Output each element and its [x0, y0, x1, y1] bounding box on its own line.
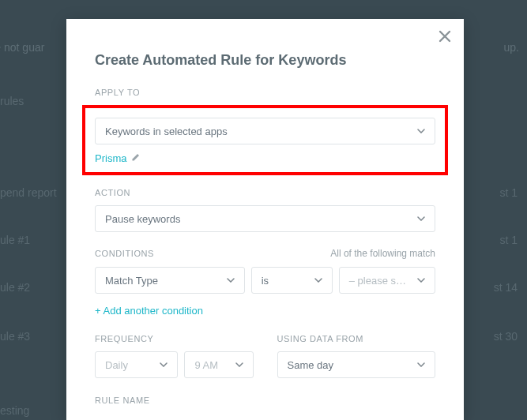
- action-select[interactable]: Pause keywords: [95, 205, 435, 232]
- pencil-icon[interactable]: [131, 152, 141, 164]
- bg-item: st 14: [494, 281, 518, 294]
- bg-text: up.: [504, 41, 519, 54]
- condition-value-select[interactable]: – please s…: [339, 267, 435, 294]
- action-value: Pause keywords: [105, 213, 180, 225]
- data-from-select[interactable]: Same day: [277, 351, 436, 378]
- chevron-down-icon: [227, 278, 235, 283]
- chevron-down-icon: [235, 362, 243, 367]
- condition-field-select[interactable]: Match Type: [95, 267, 245, 294]
- data-from-label: USING DATA FROM: [277, 334, 436, 343]
- bg-item: ule #2: [0, 281, 30, 294]
- bg-item: esting: [0, 404, 29, 417]
- add-condition-link[interactable]: + Add another condition: [95, 305, 203, 317]
- frequency-period-select[interactable]: Daily: [95, 351, 178, 378]
- apply-to-highlight: Keywords in selected apps Prisma: [82, 105, 448, 175]
- bg-item: pend report: [0, 186, 57, 199]
- bg-item: rules: [0, 95, 24, 107]
- condition-operator-select[interactable]: is: [251, 267, 333, 294]
- rule-name-label: RULE NAME: [95, 396, 435, 405]
- bg-text: s are not guar: [0, 41, 44, 54]
- bg-item: st 1: [499, 186, 518, 199]
- condition-row: Match Type is – please s…: [95, 267, 435, 294]
- frequency-time-select[interactable]: 9 AM: [184, 351, 253, 378]
- chevron-down-icon: [417, 216, 425, 221]
- condition-operator-value: is: [262, 275, 269, 287]
- bg-item: ule #1: [0, 234, 30, 246]
- create-rule-modal: Create Automated Rule for Keywords APPLY…: [66, 19, 464, 420]
- chevron-down-icon: [314, 278, 322, 283]
- chevron-down-icon: [417, 362, 425, 367]
- chevron-down-icon: [417, 129, 425, 133]
- frequency-label: FREQUENCY: [95, 334, 254, 343]
- conditions-hint: All of the following match: [330, 248, 435, 259]
- conditions-label: CONDITIONS: [95, 249, 154, 258]
- frequency-period-value: Daily: [105, 359, 128, 371]
- apply-to-select[interactable]: Keywords in selected apps: [95, 118, 435, 144]
- condition-field-value: Match Type: [105, 275, 158, 287]
- bg-item: st 30: [494, 330, 518, 343]
- data-from-value: Same day: [288, 359, 334, 371]
- frequency-time-value: 9 AM: [194, 359, 218, 371]
- chevron-down-icon: [160, 362, 168, 367]
- bg-item: ule #3: [0, 330, 30, 343]
- apply-to-label: APPLY TO: [95, 88, 435, 97]
- condition-value: – please s…: [349, 275, 406, 287]
- app-link[interactable]: Prisma: [95, 152, 126, 164]
- apply-to-value: Keywords in selected apps: [105, 126, 228, 137]
- selected-apps-row: Prisma: [95, 152, 435, 164]
- close-icon[interactable]: [439, 30, 453, 44]
- action-label: ACTION: [95, 188, 435, 197]
- chevron-down-icon: [417, 278, 425, 283]
- modal-title: Create Automated Rule for Keywords: [95, 52, 435, 69]
- bg-item: st 1: [499, 234, 518, 246]
